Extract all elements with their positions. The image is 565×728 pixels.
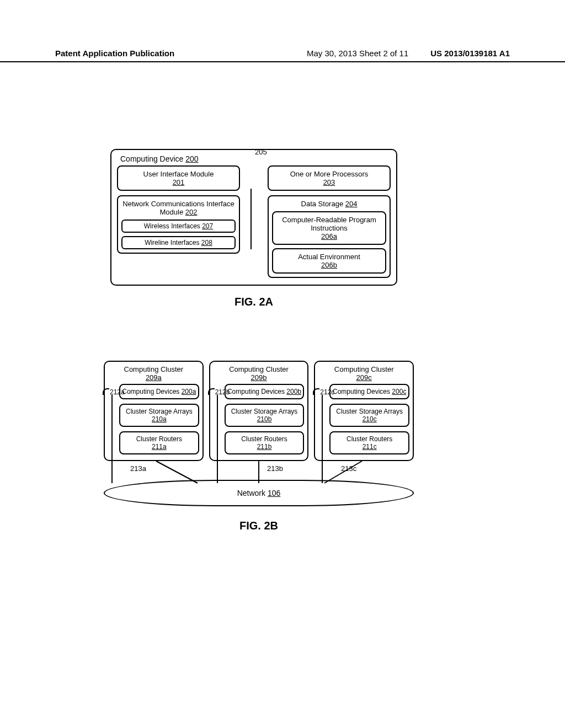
- wireline-interfaces-box: Wireline Interfaces 208: [121, 236, 236, 249]
- label: Computing Devices: [333, 388, 392, 395]
- ref: 203: [323, 178, 335, 186]
- ref: 200c: [392, 388, 406, 395]
- computing-devices-box: Computing Devices 200c: [329, 384, 409, 399]
- network-cloud: Network 106: [104, 480, 414, 506]
- left-column: User Interface Module201 Network Communi…: [117, 165, 240, 254]
- data-storage-title: Data Storage 204: [272, 200, 386, 208]
- page-header: Patent Application Publication May 30, 2…: [0, 49, 565, 62]
- cluster-title: Computing Cluster209b: [214, 365, 305, 382]
- user-interface-module-box: User Interface Module201: [117, 165, 240, 191]
- ref: 200a: [182, 388, 196, 395]
- cluster-title: Computing Cluster209a: [108, 365, 199, 382]
- ref: 210c: [363, 415, 377, 423]
- cluster-bus-label: 212c: [313, 388, 334, 396]
- label: Cluster Storage Arrays: [231, 408, 298, 415]
- bus-vertical-line: [250, 189, 252, 249]
- link-label-c: 213c: [341, 464, 356, 473]
- link-label-b: 213b: [267, 464, 283, 473]
- bus-ref: 205: [255, 148, 267, 156]
- ref: 202: [185, 208, 198, 216]
- label: Computing Cluster: [334, 365, 394, 373]
- computing-cluster-a: Computing Cluster209a 212a Computing Dev…: [104, 361, 204, 461]
- label: Cluster Routers: [136, 435, 182, 443]
- ref: 200b: [286, 388, 301, 395]
- figure-2b-caption: FIG. 2B: [104, 520, 414, 532]
- cluster-bus-label: 212a: [103, 388, 125, 396]
- program-instructions-box: Computer-Readable Program Instructions20…: [272, 211, 386, 245]
- header-publication: Patent Application Publication: [55, 49, 307, 58]
- cluster-bus-label: 212b: [208, 388, 230, 396]
- label: Cluster Storage Arrays: [336, 408, 403, 415]
- figure-2b: Computing Cluster209a 212a Computing Dev…: [104, 361, 414, 532]
- figure-2a-caption: FIG. 2A: [110, 296, 397, 308]
- computing-devices-box: Computing Devices 200a: [119, 384, 199, 399]
- ref: 206a: [321, 232, 337, 240]
- label: Cluster Storage Arrays: [126, 408, 193, 415]
- label: Computing Device: [120, 154, 185, 163]
- ref: 208: [201, 239, 212, 247]
- computing-device-box: Computing Device 200 205 User Interface …: [110, 149, 397, 286]
- cluster-storage-box: Cluster Storage Arrays 210b: [225, 404, 305, 427]
- ref: 206b: [321, 261, 337, 269]
- cluster-storage-box: Cluster Storage Arrays 210c: [329, 404, 409, 427]
- computing-cluster-b: Computing Cluster209b 212b Computing Dev…: [209, 361, 309, 461]
- label: Computing Devices: [227, 388, 286, 395]
- data-storage-box: Data Storage 204 Computer-Readable Progr…: [268, 195, 391, 278]
- ref: 209c: [356, 373, 372, 382]
- processors-box: One or More Processors203: [268, 165, 391, 191]
- computing-devices-box: Computing Devices 200b: [225, 384, 305, 399]
- ref: 211a: [152, 443, 167, 451]
- ref: 201: [173, 178, 185, 186]
- ref: 211b: [257, 443, 272, 451]
- ref: 209b: [251, 373, 267, 382]
- label: Actual Environment: [298, 253, 360, 261]
- ref: 211c: [363, 443, 377, 451]
- link-label-a: 213a: [130, 464, 146, 473]
- network-communications-box: Network Communications Interface Module …: [117, 195, 240, 254]
- wireless-interfaces-box: Wireless Interfaces 207: [121, 220, 236, 233]
- actual-environment-box: Actual Environment206b: [272, 248, 386, 274]
- ref: 207: [202, 222, 213, 230]
- label: Wireline Interfaces: [145, 239, 201, 247]
- cluster-routers-box: Cluster Routers211a: [119, 431, 199, 454]
- label: One or More Processors: [290, 170, 369, 178]
- header-pubnum: US 2013/0139181 A1: [430, 49, 510, 58]
- netcom-title: Network Communications Interface Module …: [121, 200, 236, 216]
- label: Computer-Readable Program Instructions: [282, 216, 376, 232]
- label: Wireless Interfaces: [144, 222, 202, 230]
- ref: 204: [345, 200, 358, 208]
- ref: 210a: [152, 415, 167, 423]
- page: Patent Application Publication May 30, 2…: [0, 0, 565, 728]
- clusters-row: Computing Cluster209a 212a Computing Dev…: [104, 361, 414, 461]
- right-column: One or More Processors203 Data Storage 2…: [268, 165, 391, 278]
- connector-lines: [104, 461, 414, 483]
- ref: 210b: [257, 415, 272, 423]
- figure-2a: Computing Device 200 205 User Interface …: [110, 149, 397, 308]
- bus-ref-label: 205: [255, 148, 267, 156]
- label: User Interface Module: [143, 170, 214, 178]
- network-ref: 106: [268, 489, 280, 497]
- label: Cluster Routers: [241, 435, 287, 443]
- label: Data Storage: [301, 200, 345, 208]
- cluster-routers-box: Cluster Routers211b: [225, 431, 305, 454]
- header-date-sheet: May 30, 2013 Sheet 2 of 11: [307, 49, 408, 58]
- label: Network Communications Interface Module: [122, 200, 234, 216]
- svg-line-0: [156, 461, 198, 483]
- cluster-storage-box: Cluster Storage Arrays 210a: [119, 404, 199, 427]
- label: Cluster Routers: [347, 435, 392, 443]
- network-label: Network: [237, 489, 265, 497]
- ref: 200: [185, 154, 198, 163]
- label: Computing Cluster: [124, 365, 184, 373]
- cluster-title: Computing Cluster209c: [318, 365, 409, 382]
- ref: 209a: [146, 373, 162, 382]
- label: Computing Devices: [122, 388, 181, 395]
- computing-cluster-c: Computing Cluster209c 212c Computing Dev…: [314, 361, 414, 461]
- link-labels-row: 213a 213b 213c: [104, 461, 414, 480]
- cluster-routers-box: Cluster Routers211c: [329, 431, 409, 454]
- label: Computing Cluster: [229, 365, 289, 373]
